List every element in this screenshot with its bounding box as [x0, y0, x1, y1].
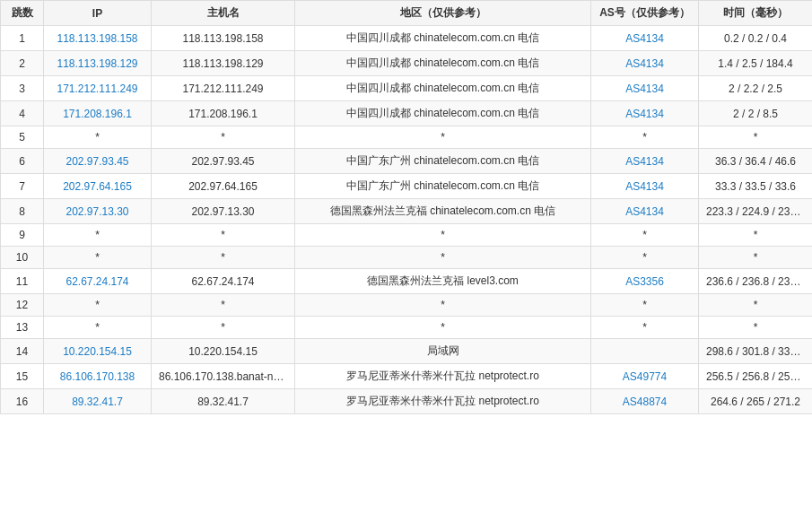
cell-ip[interactable]: 202.97.93.45	[44, 149, 152, 174]
cell-ip[interactable]: 86.106.170.138	[44, 364, 152, 389]
cell-time: 223.3 / 224.9 / 233.8	[699, 199, 813, 224]
ip-link[interactable]: 202.97.13.30	[65, 205, 128, 218]
cell-hop: 3	[1, 76, 44, 101]
cell-ip: *	[44, 247, 152, 269]
cell-time: *	[699, 224, 813, 247]
ip-link[interactable]: 89.32.41.7	[72, 396, 123, 408]
table-row: 12*****	[1, 294, 813, 317]
cell-ip[interactable]: 89.32.41.7	[44, 389, 152, 414]
cell-ip: *	[44, 126, 152, 149]
table-row: 3171.212.111.249171.212.111.249中国四川成都 ch…	[1, 76, 813, 101]
cell-host: 202.97.93.45	[152, 149, 295, 174]
as-link[interactable]: AS49774	[623, 370, 667, 383]
as-link[interactable]: AS4134	[625, 205, 664, 218]
cell-as: *	[591, 294, 699, 317]
table-row: 5*****	[1, 126, 813, 149]
cell-hop: 9	[1, 224, 44, 247]
ip-link[interactable]: 118.113.198.158	[57, 32, 137, 45]
cell-time: *	[699, 294, 813, 317]
table-row: 4171.208.196.1171.208.196.1中国四川成都 chinat…	[1, 101, 813, 126]
cell-as[interactable]: AS4134	[591, 149, 699, 174]
cell-hop: 14	[1, 339, 44, 364]
table-row: 1586.106.170.13886.106.170.138.banat-net…	[1, 364, 813, 389]
cell-region: 中国四川成都 chinatelecom.com.cn 电信	[295, 101, 591, 126]
cell-as[interactable]: AS4134	[591, 101, 699, 126]
cell-as: *	[591, 126, 699, 149]
cell-as[interactable]: AS48874	[591, 389, 699, 414]
cell-hop: 15	[1, 364, 44, 389]
cell-as[interactable]: AS4134	[591, 26, 699, 51]
ip-link[interactable]: 86.106.170.138	[60, 370, 135, 383]
cell-as[interactable]: AS4134	[591, 174, 699, 199]
cell-hop: 12	[1, 294, 44, 317]
cell-time: 236.6 / 236.8 / 237.3	[699, 269, 813, 294]
cell-region: 中国广东广州 chinatelecom.com.cn 电信	[295, 149, 591, 174]
cell-host: *	[152, 224, 295, 247]
header-host: 主机名	[152, 1, 295, 26]
cell-region: *	[295, 247, 591, 269]
cell-hop: 10	[1, 247, 44, 269]
cell-as	[591, 339, 699, 364]
cell-time: *	[699, 247, 813, 269]
cell-as[interactable]: AS3356	[591, 269, 699, 294]
cell-region: 局域网	[295, 339, 591, 364]
cell-host: 202.97.13.30	[152, 199, 295, 224]
table-row: 1689.32.41.789.32.41.7罗马尼亚蒂米什蒂米什瓦拉 netpr…	[1, 389, 813, 414]
ip-link[interactable]: 171.212.111.249	[57, 83, 137, 95]
cell-host: 171.212.111.249	[152, 76, 295, 101]
traceroute-table: 跳数 IP 主机名 地区（仅供参考） AS号（仅供参考） 时间（毫秒） 1118…	[0, 0, 812, 414]
cell-region: 中国四川成都 chinatelecom.com.cn 电信	[295, 51, 591, 76]
table-row: 1118.113.198.158118.113.198.158中国四川成都 ch…	[1, 26, 813, 51]
cell-hop: 1	[1, 26, 44, 51]
cell-as[interactable]: AS49774	[591, 364, 699, 389]
cell-time: *	[699, 126, 813, 149]
as-link[interactable]: AS48874	[623, 396, 667, 408]
cell-host: *	[152, 294, 295, 317]
ip-link[interactable]: 62.67.24.174	[65, 275, 128, 288]
ip-link[interactable]: 202.97.64.165	[63, 180, 132, 193]
cell-hop: 13	[1, 317, 44, 339]
cell-ip: *	[44, 317, 152, 339]
cell-as[interactable]: AS4134	[591, 199, 699, 224]
cell-hop: 7	[1, 174, 44, 199]
cell-ip[interactable]: 202.97.64.165	[44, 174, 152, 199]
cell-time: 298.6 / 301.8 / 331.8	[699, 339, 813, 364]
as-link[interactable]: AS4134	[625, 83, 664, 95]
cell-time: 264.6 / 265 / 271.2	[699, 389, 813, 414]
cell-ip[interactable]: 118.113.198.129	[44, 51, 152, 76]
ip-link[interactable]: 202.97.93.45	[65, 155, 128, 168]
cell-host: *	[152, 247, 295, 269]
table-row: 2118.113.198.129118.113.198.129中国四川成都 ch…	[1, 51, 813, 76]
as-link[interactable]: AS4134	[625, 57, 664, 70]
as-link[interactable]: AS3356	[625, 275, 664, 288]
cell-ip: *	[44, 294, 152, 317]
cell-region: *	[295, 317, 591, 339]
cell-host: 202.97.64.165	[152, 174, 295, 199]
cell-region: 中国四川成都 chinatelecom.com.cn 电信	[295, 76, 591, 101]
table-row: 1162.67.24.17462.67.24.174德国黑森州法兰克福 leve…	[1, 269, 813, 294]
cell-hop: 4	[1, 101, 44, 126]
cell-ip[interactable]: 118.113.198.158	[44, 26, 152, 51]
ip-link[interactable]: 171.208.196.1	[63, 108, 132, 120]
cell-hop: 2	[1, 51, 44, 76]
cell-ip[interactable]: 202.97.13.30	[44, 199, 152, 224]
cell-as: *	[591, 247, 699, 269]
as-link[interactable]: AS4134	[625, 32, 664, 45]
table-row: 6202.97.93.45202.97.93.45中国广东广州 chinatel…	[1, 149, 813, 174]
cell-ip[interactable]: 10.220.154.15	[44, 339, 152, 364]
as-link[interactable]: AS4134	[625, 108, 664, 120]
cell-time: 33.3 / 33.5 / 33.6	[699, 174, 813, 199]
header-hop: 跳数	[1, 1, 44, 26]
as-link[interactable]: AS4134	[625, 180, 664, 193]
table-header-row: 跳数 IP 主机名 地区（仅供参考） AS号（仅供参考） 时间（毫秒）	[1, 1, 813, 26]
cell-ip[interactable]: 171.212.111.249	[44, 76, 152, 101]
cell-as[interactable]: AS4134	[591, 76, 699, 101]
as-link[interactable]: AS4134	[625, 155, 664, 168]
cell-as[interactable]: AS4134	[591, 51, 699, 76]
cell-ip[interactable]: 171.208.196.1	[44, 101, 152, 126]
table-row: 10*****	[1, 247, 813, 269]
ip-link[interactable]: 118.113.198.129	[57, 57, 137, 70]
cell-ip[interactable]: 62.67.24.174	[44, 269, 152, 294]
cell-hop: 5	[1, 126, 44, 149]
ip-link[interactable]: 10.220.154.15	[63, 345, 132, 358]
